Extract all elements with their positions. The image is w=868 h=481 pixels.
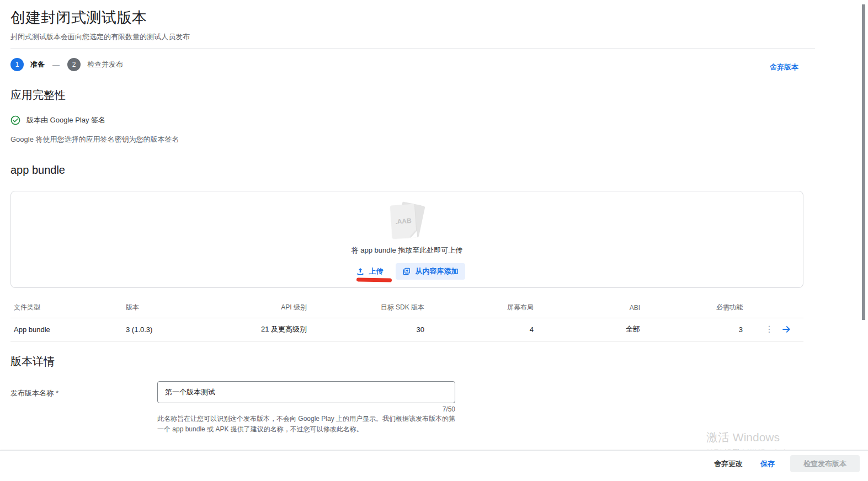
cell-required-features: 3 (643, 318, 746, 341)
signing-description: Google 将使用您选择的应用签名密钥为您的版本签名 (10, 135, 179, 145)
col-header-file-type: 文件类型 (10, 298, 123, 318)
col-header-api-level: API 级别 (200, 298, 310, 318)
step-1-label: 准备 (30, 60, 45, 70)
step-separator: — (52, 61, 60, 69)
discard-release-link[interactable]: 舍弃版本 (770, 62, 798, 72)
check-circle-icon (10, 115, 20, 125)
app-integrity-heading: 应用完整性 (10, 88, 66, 103)
discard-changes-button[interactable]: 舍弃更改 (705, 455, 752, 473)
page-subtitle: 封闭式测试版本会面向您选定的有限数量的测试人员发布 (10, 32, 190, 42)
step-2-circle[interactable]: 2 (67, 58, 81, 71)
col-header-abi: ABI (537, 298, 643, 318)
release-name-help-text: 此名称旨在让您可以识别这个发布版本，不会向 Google Play 上的用户显示… (157, 414, 460, 434)
review-release-button[interactable]: 检查发布版本 (790, 455, 860, 472)
library-add-icon (402, 267, 411, 276)
cell-abi: 全部 (537, 318, 643, 341)
col-header-screen-layouts: 屏幕布局 (428, 298, 537, 318)
step-1-circle[interactable]: 1 (10, 58, 24, 71)
stepper: 1 准备 — 2 检查并发布 (10, 57, 123, 72)
col-header-target-sdk: 目标 SDK 版本 (310, 298, 428, 318)
upload-button-label: 上传 (369, 266, 384, 276)
release-name-label: 发布版本名称* (10, 388, 58, 398)
add-from-library-label: 从内容库添加 (416, 266, 459, 276)
add-from-library-button[interactable]: 从内容库添加 (396, 263, 465, 280)
upload-icon (356, 267, 365, 276)
cell-target-sdk: 30 (310, 318, 428, 341)
bundle-table-header-row: 文件类型 版本 API 级别 目标 SDK 版本 屏幕布局 ABI 必需功能 (10, 298, 803, 318)
page-title: 创建封闭式测试版本 (10, 8, 147, 28)
app-bundle-heading: app bundle (10, 164, 65, 177)
row-detail-arrow-icon[interactable] (781, 324, 791, 334)
row-overflow-menu-icon[interactable]: ⋮ (765, 325, 774, 334)
col-header-version: 版本 (123, 298, 200, 318)
release-name-input[interactable] (157, 381, 455, 403)
header-divider (10, 49, 815, 49)
char-counter: 7/50 (157, 405, 455, 413)
google-play-signing-row: 版本由 Google Play 签名 (10, 115, 105, 125)
upload-button[interactable]: 上传 (349, 263, 390, 280)
cell-actions: ⋮ (746, 318, 803, 341)
release-name-label-text: 发布版本名称 (10, 389, 54, 397)
drop-hint-text: 将 app bundle 拖放至此处即可上传 (352, 245, 463, 255)
step-2-label: 检查并发布 (87, 60, 123, 70)
app-bundle-dropzone[interactable]: .AAB 将 app bundle 拖放至此处即可上传 上传 (10, 191, 803, 288)
bundle-table-row: App bundle 3 (1.0.3) 21 及更高级别 30 4 全部 3 … (10, 318, 803, 341)
vertical-scrollbar-thumb[interactable] (862, 4, 865, 320)
save-button[interactable]: 保存 (752, 455, 784, 473)
release-details-heading: 版本详情 (10, 354, 55, 369)
dropzone-content: .AAB 将 app bundle 拖放至此处即可上传 上传 (11, 201, 803, 280)
aab-file-label: .AAB (395, 217, 411, 226)
aab-file-icon: .AAB (388, 201, 427, 243)
required-asterisk: * (56, 389, 58, 397)
cell-screen-layouts: 4 (428, 318, 537, 341)
red-annotation-underline (356, 277, 392, 282)
col-header-required-features: 必需功能 (643, 298, 746, 318)
create-closed-testing-release-page: 创建封闭式测试版本 封闭式测试版本会面向您选定的有限数量的测试人员发布 1 准备… (0, 0, 868, 481)
col-header-actions (746, 298, 803, 318)
signing-status-label: 版本由 Google Play 签名 (26, 115, 105, 125)
upload-buttons-row: 上传 从内容库添加 (349, 263, 465, 280)
cell-api-level: 21 及更高级别 (200, 318, 310, 341)
footer-action-bar: 舍弃更改 保存 检查发布版本 (0, 450, 868, 481)
bundle-table: 文件类型 版本 API 级别 目标 SDK 版本 屏幕布局 ABI 必需功能 A… (10, 298, 803, 341)
cell-version: 3 (1.0.3) (123, 318, 200, 341)
cell-file-type: App bundle (10, 318, 123, 341)
aab-file-front-sheet: .AAB (390, 204, 416, 239)
watermark-line1: 激活 Windows (706, 430, 807, 445)
